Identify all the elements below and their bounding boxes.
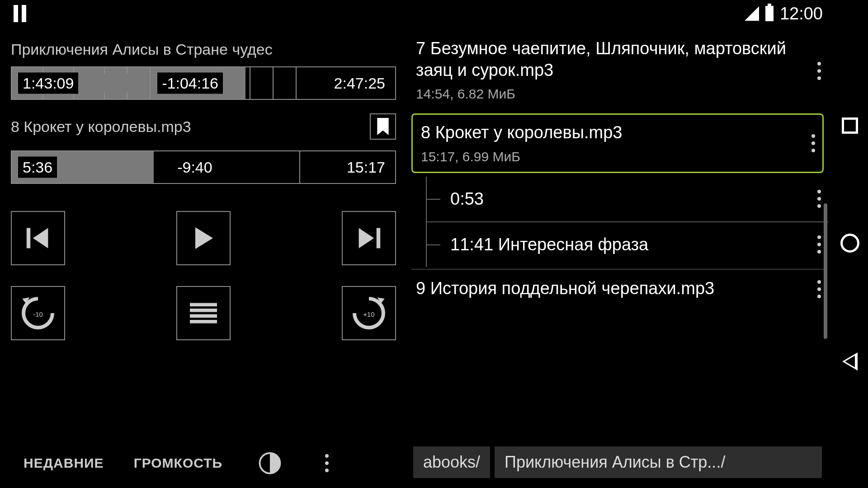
rewind-icon: -10 bbox=[20, 295, 56, 331]
dots-icon bbox=[817, 280, 821, 298]
svg-rect-1 bbox=[377, 228, 380, 249]
svg-rect-5 bbox=[190, 314, 217, 318]
forward-icon: +10 bbox=[351, 295, 387, 331]
nav-recent-button[interactable] bbox=[842, 117, 858, 134]
track-elapsed: 5:36 bbox=[18, 157, 57, 178]
volume-button[interactable]: ГРОМКОСТЬ bbox=[121, 447, 235, 479]
signal-icon bbox=[745, 6, 759, 21]
track-timeline[interactable]: 5:36 -9:40 15:17 bbox=[11, 150, 396, 184]
scrollbar[interactable] bbox=[824, 203, 827, 339]
nav-home-button[interactable] bbox=[840, 234, 859, 253]
track-item-title: 8 Крокет у королевы.mp3 bbox=[421, 122, 814, 144]
prev-track-button[interactable] bbox=[11, 211, 65, 265]
bookmark-button[interactable] bbox=[370, 113, 396, 140]
svg-rect-6 bbox=[190, 320, 217, 324]
track-item[interactable]: 9 История поддельной черепахи.mp3 bbox=[407, 272, 828, 308]
svg-rect-0 bbox=[27, 228, 30, 249]
clock: 12:00 bbox=[780, 4, 823, 23]
dots-icon bbox=[325, 454, 329, 472]
book-title: Приключения Алисы в Стране чудес bbox=[11, 41, 396, 58]
breadcrumb-current[interactable]: Приключения Алисы в Стр.../ bbox=[495, 446, 822, 478]
current-track: 8 Крокет у королевы.mp3 bbox=[11, 118, 191, 136]
dots-icon bbox=[811, 134, 815, 152]
day-night-button[interactable] bbox=[254, 447, 286, 479]
bookmark-icon bbox=[376, 118, 390, 135]
skip-next-icon bbox=[356, 225, 382, 251]
track-item-menu[interactable] bbox=[811, 134, 815, 152]
track-item[interactable]: 7 Безумное чаепитие, Шляпочник, мартовск… bbox=[407, 32, 828, 110]
dots-icon bbox=[817, 190, 821, 208]
track-item-title: 7 Безумное чаепитие, Шляпочник, мартовск… bbox=[416, 38, 819, 81]
bookmark-text: 0:53 bbox=[450, 189, 819, 209]
contrast-icon bbox=[259, 452, 281, 474]
track-item-selected[interactable]: 8 Крокет у королевы.mp3 15:17, 6.99 МиБ bbox=[411, 113, 824, 173]
play-button[interactable] bbox=[176, 211, 231, 265]
svg-text:+10: +10 bbox=[363, 311, 375, 318]
svg-rect-4 bbox=[190, 309, 217, 312]
list-button[interactable] bbox=[176, 286, 231, 340]
rewind-button[interactable]: -10 bbox=[11, 286, 65, 340]
status-bar: 12:00 bbox=[0, 0, 832, 27]
track-list[interactable]: 7 Безумное чаепитие, Шляпочник, мартовск… bbox=[407, 32, 828, 442]
nav-back-button[interactable] bbox=[842, 352, 858, 371]
system-nav-bar bbox=[832, 0, 868, 488]
dots-icon bbox=[817, 62, 821, 80]
play-icon bbox=[190, 225, 217, 252]
track-total: 15:17 bbox=[342, 157, 390, 178]
dots-icon bbox=[817, 235, 821, 253]
svg-rect-3 bbox=[190, 303, 217, 307]
bookmark-item[interactable]: 0:53 bbox=[427, 177, 828, 221]
skip-previous-icon bbox=[25, 225, 51, 251]
track-item-meta: 15:17, 6.99 МиБ bbox=[421, 149, 814, 164]
track-item-menu[interactable] bbox=[817, 62, 821, 80]
breadcrumb-bar: abooks/ Приключения Алисы в Стр.../ bbox=[407, 442, 828, 488]
playlist-pane: 7 Безумное чаепитие, Шляпочник, мартовск… bbox=[407, 32, 832, 488]
bookmark-item[interactable]: 11:41 Интересная фраза bbox=[427, 221, 828, 267]
player-pane: Приключения Алисы в Стране чудес 1:43:09… bbox=[0, 32, 407, 488]
bookmark-menu[interactable] bbox=[817, 190, 821, 208]
svg-text:-10: -10 bbox=[33, 311, 42, 318]
track-item-meta: 14:54, 6.82 МиБ bbox=[416, 86, 819, 102]
list-icon bbox=[190, 302, 217, 324]
more-button[interactable] bbox=[311, 447, 343, 479]
battery-icon bbox=[765, 6, 774, 21]
breadcrumb-root[interactable]: abooks/ bbox=[413, 446, 490, 478]
book-timeline[interactable]: 1:43:09 -1:04:16 2:47:25 bbox=[11, 66, 396, 100]
pause-icon bbox=[14, 5, 28, 22]
bookmark-list: 0:53 11:41 Интересная фраза bbox=[426, 177, 828, 267]
recent-button[interactable]: НЕДАВНИЕ bbox=[11, 447, 117, 479]
book-elapsed: 1:43:09 bbox=[18, 73, 78, 94]
forward-button[interactable]: +10 bbox=[342, 286, 396, 340]
book-total: 2:47:25 bbox=[330, 73, 390, 94]
separator bbox=[411, 269, 824, 270]
book-remaining: -1:04:16 bbox=[157, 73, 223, 94]
bookmark-text: 11:41 Интересная фраза bbox=[450, 235, 819, 254]
track-remaining: -9:40 bbox=[173, 157, 217, 178]
track-item-menu[interactable] bbox=[817, 280, 821, 298]
next-track-button[interactable] bbox=[342, 211, 396, 265]
bookmark-menu[interactable] bbox=[817, 235, 821, 253]
track-item-title: 9 История поддельной черепахи.mp3 bbox=[416, 278, 819, 300]
